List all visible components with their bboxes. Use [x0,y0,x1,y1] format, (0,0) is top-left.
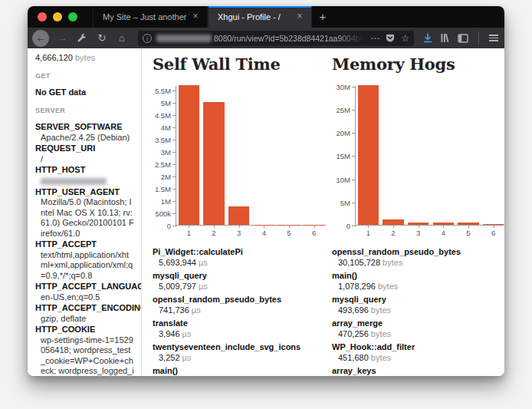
tab-close-icon[interactable]: × [189,11,202,23]
chart-title: Memory Hogs [332,54,504,74]
x-tick-label: 4 [431,229,456,237]
y-tick-mark [352,203,356,203]
function-link[interactable]: mysqli_query [332,294,504,305]
toolbar-divider [478,32,479,45]
x-tick-label: 5 [456,229,481,237]
reload-button[interactable]: ↻ [93,30,111,47]
menu-icon[interactable] [489,33,498,43]
function-value-line: 3,252 µs [153,352,326,363]
bar-3 [228,206,249,225]
bar-1 [179,85,199,225]
function-list-item: array_merge470,256 bytes [332,318,504,339]
x-tick-mark [393,225,394,228]
forward-button[interactable]: → [53,30,71,47]
function-value-line: 3,946 µs [153,328,326,339]
zoom-window-button[interactable] [68,12,77,21]
x-tick-label: 1 [356,229,381,237]
bookmark-star-icon[interactable]: ☆ [401,34,409,43]
y-tick-mark [172,226,176,226]
env-key: HTTP_USER_AGENT [35,187,134,198]
tab-close-icon[interactable]: × [294,11,306,23]
x-tick-label: 6 [481,229,504,237]
function-value: 470,256 [338,329,369,338]
function-link[interactable]: WP_Hook::add_filter [332,341,504,352]
y-tick-label: 5.5M [145,87,171,95]
function-link[interactable]: array_merge [332,318,504,328]
function-link[interactable]: main() [153,365,326,376]
browser-tab[interactable]: Xhgui - Profile - /× [208,6,312,28]
y-tick-label: 1.5M [145,185,171,193]
site-info-icon[interactable]: i [143,34,152,43]
close-window-button[interactable] [38,12,47,21]
function-list-item: array_keys224,720 bytes [332,365,504,376]
y-tick-mark [172,140,176,140]
peak-memory-line: 4,666,120 bytes [35,53,134,64]
function-list-item: Pi_Widget::calculatePi5,693,944 µs [153,246,326,268]
function-unit: bytes [376,282,398,291]
function-unit: bytes [369,353,391,362]
env-value: Mozilla/5.0 (Macintosh; Intel Mac OS X 1… [35,197,134,239]
function-link[interactable]: openssl_random_pseudo_bytes [153,294,326,305]
x-tick-mark [368,225,369,228]
back-button[interactable]: ← [32,30,49,47]
function-link[interactable]: twentyseventeen_include_svg_icons [153,341,326,352]
bar-chart: 0500k1M1.5M2M2.5M3M3.5M4M4.5M5M5.5M12345… [176,86,326,226]
function-unit: µs [180,353,192,362]
function-value-line: 451,680 bytes [332,352,504,363]
y-tick-mark [172,213,176,214]
x-tick-label: 3 [406,229,431,237]
function-value-line: 5,693,944 µs [153,257,326,268]
function-link[interactable]: main() [332,270,504,281]
function-unit: µs [196,258,208,267]
function-value-line: 493,696 bytes [332,305,504,315]
page-actions-icon[interactable]: ⋯ [370,34,379,43]
y-tick-label: 30M [324,83,350,91]
function-value: 3,252 [159,353,180,362]
x-tick-mark [468,225,469,228]
env-value: gzip, deflate [35,314,134,325]
function-link[interactable]: Pi_Widget::calculatePi [153,246,326,257]
env-key: HTTP_ACCEPT [35,239,134,250]
y-tick-label: 5M [324,199,350,207]
y-tick-label: 500k [145,209,171,218]
function-link[interactable]: mysqli_query [153,270,326,281]
y-tick-mark [352,110,356,110]
wrench-icon[interactable] [73,30,91,47]
y-tick-mark [352,226,356,226]
y-tick-label: 2M [145,173,171,181]
downloads-icon[interactable] [422,33,433,44]
y-tick-label: 20M [324,129,350,137]
function-link[interactable]: translate [153,318,326,328]
y-tick-mark [172,189,176,190]
y-tick-mark [352,133,356,134]
env-value: en-US,en;q=0.5 [35,292,134,303]
browser-tab[interactable]: My Site – Just another WordPress s× [93,6,208,28]
function-list-item: twentyseventeen_include_svg_icons3,252 µ… [153,341,326,363]
function-link[interactable]: openssl_random_pseudo_bytes [332,246,504,257]
y-tick-label: 10M [324,176,350,184]
y-tick-mark [352,87,356,87]
sidebar-toggle-icon[interactable] [458,34,468,43]
tab-bar: My Site – Just another WordPress s×Xhgui… [28,6,504,28]
function-value: 451,680 [338,353,369,362]
library-icon[interactable] [440,33,451,43]
function-link[interactable]: array_keys [332,365,504,376]
function-list-item: WP_Hook::add_filter451,680 bytes [332,341,504,363]
pocket-icon[interactable] [386,34,395,43]
function-list-item: mysqli_query5,009,797 µs [153,270,326,292]
function-list-item: openssl_random_pseudo_bytes741,736 µs [153,294,326,315]
url-bar[interactable]: i 8080/run/view?id=5b238d84421aa9004b680… [138,31,414,46]
bar-chart: 05M10M15M20M25M30M123456 [355,86,504,226]
env-key: HTTP_COOKIE [35,325,134,335]
x-tick-mark [419,225,419,228]
env-value: / [35,154,134,165]
x-tick-label: 5 [277,229,302,237]
new-tab-button[interactable]: + [312,6,333,28]
home-button[interactable]: ⌂ [113,30,131,47]
x-tick-label: 6 [301,229,327,237]
minimize-window-button[interactable] [53,12,62,21]
y-tick-mark [172,176,176,177]
x-tick-label: 2 [381,229,406,237]
function-list-item: main()1,078,296 bytes [332,270,504,292]
y-tick-mark [172,91,176,91]
